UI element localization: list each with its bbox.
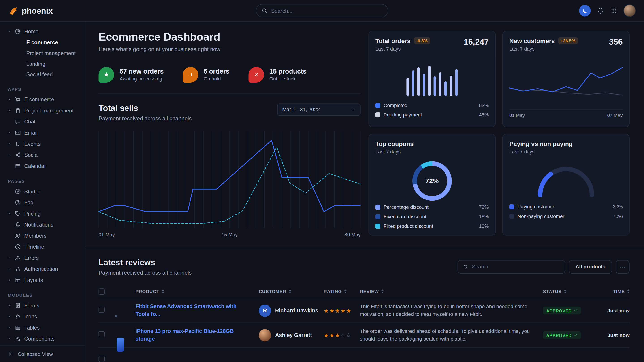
row-checkbox[interactable]	[99, 331, 105, 338]
sidebar-section-modules: MODULES	[0, 286, 84, 300]
customer-name: Richard Dawkins	[275, 308, 318, 314]
sidebar-item-email[interactable]: Email	[0, 127, 84, 138]
legend-label: Paying customer	[518, 204, 554, 210]
row-checkbox[interactable]	[99, 307, 105, 313]
review-time: Just now	[597, 308, 630, 314]
date-range-select[interactable]: Mar 1 - 31, 2022	[277, 103, 361, 116]
sidebar-item-label: Layouts	[24, 277, 43, 283]
latest-reviews-section: Latest reviews Payment received across a…	[99, 258, 630, 362]
sidebar-nav: HomeE commerceProject managementLandingS…	[0, 26, 84, 346]
sidebar-subitem-project-management[interactable]: Project management	[0, 48, 84, 58]
sidebar-item-social[interactable]: Social	[0, 149, 84, 161]
legend-value: 70%	[613, 213, 623, 219]
stat-value: 57 new orders	[120, 68, 164, 75]
trend-badge: +26.5%	[558, 37, 578, 44]
column-header-time[interactable]: TIME	[597, 289, 630, 294]
reviews-table: PRODUCTCUSTOMERRATINGREVIEWSTATUSTIME Fi…	[99, 285, 630, 362]
share-icon	[15, 152, 21, 158]
sidebar-item-timeline[interactable]: Timeline	[0, 241, 84, 252]
legend-swatch	[376, 103, 380, 108]
sidebar-item-faq[interactable]: Faq	[0, 197, 84, 208]
chevron-right-icon	[8, 98, 12, 101]
sidebar-item-label: Errors	[24, 255, 39, 261]
card-title: Top coupons	[376, 140, 414, 147]
page-subtitle: Here's what's going on at your business …	[99, 46, 361, 52]
row-checkbox[interactable]	[99, 356, 105, 362]
chevron-right-icon	[8, 256, 12, 260]
sidebar-subitem-landing[interactable]: Landing	[0, 58, 84, 69]
legend-value: 10%	[479, 223, 489, 229]
chevron-down-icon	[8, 29, 12, 33]
legend-row: Non-paying customer70%	[509, 213, 623, 219]
stat-15-products: 15 productsOut of stock	[248, 67, 306, 82]
sidebar-item-label: E commerce	[24, 96, 54, 103]
column-header-product[interactable]: PRODUCT	[136, 289, 259, 294]
search-input[interactable]	[271, 7, 382, 14]
theme-toggle-button[interactable]	[579, 5, 590, 16]
sidebar-section-pages: PAGES	[0, 171, 84, 186]
chevron-right-icon	[8, 142, 12, 146]
column-header-rating[interactable]: RATING	[324, 289, 360, 294]
moon-icon	[582, 7, 588, 14]
card-title: Paying vs non paying	[509, 140, 572, 147]
clipboard-icon	[15, 107, 21, 114]
select-all-checkbox[interactable]	[99, 288, 105, 295]
sidebar-section-apps: APPS	[0, 80, 84, 94]
reviews-search-input[interactable]	[472, 264, 560, 270]
collapsed-view-toggle[interactable]: Collapsed View	[0, 346, 84, 362]
sidebar-item-label: Pricing	[24, 211, 40, 217]
column-header-review[interactable]: REVIEW	[360, 289, 543, 294]
sidebar-item-e-commerce[interactable]: E commerce	[0, 94, 84, 105]
reviews-search[interactable]	[458, 260, 565, 274]
column-header-customer[interactable]: CUSTOMER	[259, 289, 324, 294]
stat-value: 5 orders	[204, 68, 230, 75]
sort-icon	[344, 289, 347, 293]
product-link[interactable]: Fitbit Sense Advanced Smartwatch with To…	[136, 303, 259, 318]
sidebar-item-starter[interactable]: Starter	[0, 186, 84, 197]
sidebar-item-pricing[interactable]: Pricing	[0, 208, 84, 219]
sidebar-item-events[interactable]: Events	[0, 138, 84, 150]
warning-icon	[15, 255, 21, 261]
sidebar-item-notifications[interactable]: Notifications	[0, 219, 84, 230]
legend-label: Percentage discount	[384, 204, 428, 210]
sidebar-item-members[interactable]: Members	[0, 230, 84, 242]
trend-badge: -6.8%	[414, 37, 430, 44]
sidebar-subitem-social-feed[interactable]: Social feed	[0, 69, 84, 80]
total-sells-axis: 01 May 15 May 30 May	[99, 232, 361, 238]
sidebar-subitem-e-commerce[interactable]: E commerce	[0, 37, 84, 48]
notifications-button[interactable]	[597, 7, 604, 14]
sidebar-item-project-management[interactable]: Project management	[0, 105, 84, 116]
sidebar-item-icons[interactable]: Icons	[0, 311, 84, 322]
chevron-right-icon	[8, 337, 12, 341]
brand[interactable]: phoenix	[8, 5, 53, 16]
collapsed-view-label: Collapsed View	[18, 351, 53, 357]
sidebar-item-forms[interactable]: Forms	[0, 300, 84, 311]
sidebar-item-label: Authentication	[24, 266, 58, 272]
sidebar-item-layouts[interactable]: Layouts	[0, 275, 84, 286]
review-text: The order was delivered ahead of schedul…	[360, 327, 543, 343]
sidebar-item-label: Notifications	[24, 222, 53, 228]
sidebar-item-components[interactable]: Components	[0, 333, 84, 344]
global-search[interactable]	[256, 4, 388, 17]
sidebar-item-errors[interactable]: Errors	[0, 252, 84, 264]
sidebar: HomeE commerceProject managementLandingS…	[0, 22, 85, 362]
sidebar-item-home[interactable]: Home	[0, 26, 84, 37]
sidebar-item-label: Members	[24, 233, 46, 239]
sidebar-item-label: Email	[24, 130, 38, 136]
product-link[interactable]: iPhone 13 pro max-Pacific Blue-128GB sto…	[136, 328, 259, 343]
apps-grid-button[interactable]	[610, 7, 617, 14]
sidebar-item-tables[interactable]: Tables	[0, 322, 84, 333]
sidebar-item-chat[interactable]: Chat	[0, 116, 84, 127]
all-products-button[interactable]: All products	[569, 260, 612, 274]
stat-caption: Out of stock	[270, 76, 306, 82]
user-avatar[interactable]	[624, 4, 636, 17]
sidebar-item-calendar[interactable]: Calendar	[0, 161, 84, 172]
chevron-right-icon	[8, 304, 12, 308]
section-divider	[85, 247, 644, 247]
sidebar-item-authentication[interactable]: Authentication	[0, 263, 84, 275]
column-header-status[interactable]: STATUS	[543, 289, 597, 294]
legend-label: Non-paying customer	[518, 213, 564, 219]
legend-swatch	[376, 112, 380, 117]
sidebar-item-label: Starter	[24, 188, 40, 195]
more-options-button[interactable]: ...	[616, 260, 630, 274]
